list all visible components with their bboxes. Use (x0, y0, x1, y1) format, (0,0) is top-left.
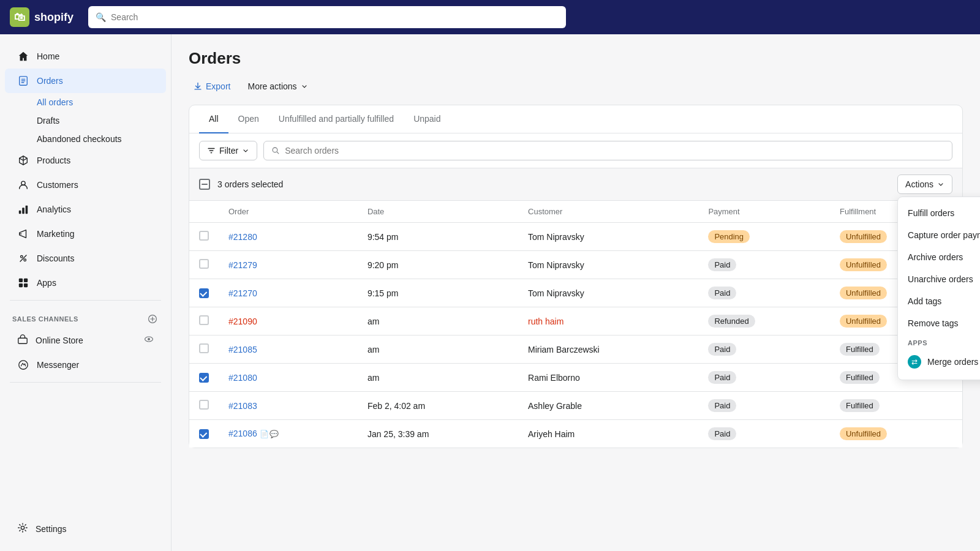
global-search-bar[interactable]: 🔍 (88, 6, 566, 28)
sidebar-item-marketing[interactable]: Marketing (5, 222, 166, 246)
sidebar-item-apps[interactable]: Apps (5, 271, 166, 295)
filter-icon (207, 146, 216, 155)
td-payment: Paid (698, 392, 830, 420)
td-order: #21279 (219, 251, 358, 279)
td-payment: Paid (698, 420, 830, 448)
tab-all[interactable]: All (199, 105, 228, 133)
orders-table: Order Date Customer Payment Fulfillment … (189, 201, 962, 448)
more-actions-button[interactable]: More actions (243, 78, 312, 95)
selection-row: 3 orders selected Actions Fulfill orders… (189, 168, 962, 201)
dropdown-item-unarchive[interactable]: Unarchive orders (898, 268, 980, 290)
global-search-input[interactable] (111, 12, 559, 22)
row-checkbox[interactable] (199, 343, 209, 353)
filter-button[interactable]: Filter (199, 141, 257, 160)
add-sales-channel-icon[interactable] (146, 313, 159, 325)
home-icon (17, 50, 29, 62)
sidebar-item-discounts[interactable]: Discounts (5, 246, 166, 271)
td-customer: Tom Nipravsky (518, 223, 698, 251)
row-checkbox[interactable] (199, 315, 209, 325)
sidebar-subitem-abandoned[interactable]: Abandoned checkouts (5, 130, 166, 148)
dropdown-item-merge-orders[interactable]: ⇄ Merge orders (898, 349, 980, 375)
fulfillment-badge: Fulfilled (840, 371, 880, 384)
svg-point-15 (19, 361, 28, 369)
search-orders-field[interactable] (263, 141, 952, 160)
order-number-link[interactable]: #21080 (228, 373, 257, 383)
payment-badge: Paid (708, 399, 736, 412)
sidebar-subitem-drafts[interactable]: Drafts (5, 111, 166, 130)
table-header-row: Order Date Customer Payment Fulfillment (189, 201, 962, 223)
sidebar-item-online-store[interactable]: Online Store (5, 328, 166, 353)
td-date: 9:20 pm (358, 251, 518, 279)
order-number-link[interactable]: #21279 (228, 260, 257, 270)
orders-tabs: All Open Unfulfilled and partially fulfi… (189, 105, 962, 133)
th-order: Order (219, 201, 358, 223)
tab-open[interactable]: Open (228, 105, 269, 133)
dropdown-item-archive[interactable]: Archive orders (898, 246, 980, 268)
tab-unfulfilled[interactable]: Unfulfilled and partially fulfilled (269, 105, 404, 133)
sidebar-item-orders[interactable]: Orders (5, 69, 166, 93)
deselect-button[interactable] (199, 179, 210, 190)
tab-unpaid[interactable]: Unpaid (404, 105, 450, 133)
td-checkbox[interactable] (189, 392, 219, 420)
sidebar-item-analytics[interactable]: Analytics (5, 197, 166, 222)
order-number-link[interactable]: #21270 (228, 288, 257, 298)
row-checkbox[interactable] (199, 288, 209, 298)
sidebar-item-products[interactable]: Products (5, 148, 166, 173)
td-payment: Paid (698, 335, 830, 364)
td-fulfillment: Fulfilled (830, 392, 962, 420)
fulfillment-badge: Unfulfilled (840, 258, 887, 271)
td-checkbox[interactable] (189, 279, 219, 307)
table-row: #21085 am Miriam Barczewski Paid Fulfill… (189, 335, 962, 364)
dropdown-item-capture[interactable]: Capture order payments (898, 224, 980, 246)
td-payment: Pending (698, 223, 830, 251)
export-button[interactable]: Export (189, 78, 235, 95)
fulfillment-badge: Unfulfilled (840, 230, 887, 243)
row-checkbox[interactable] (199, 231, 209, 241)
td-checkbox[interactable] (189, 307, 219, 335)
td-customer: Tom Nipravsky (518, 251, 698, 279)
sales-channels-section-title: SALES CHANNELS (0, 305, 171, 328)
fulfillment-badge: Fulfilled (840, 399, 880, 412)
sidebar-bottom: Settings (0, 516, 171, 541)
order-number-link[interactable]: #21090 (228, 317, 257, 326)
th-customer: Customer (518, 201, 698, 223)
td-checkbox[interactable] (189, 420, 219, 448)
filter-row: Filter (189, 133, 962, 168)
actions-dropdown-button[interactable]: Actions (897, 174, 952, 194)
dropdown-item-add-tags[interactable]: Add tags (898, 290, 980, 312)
row-checkbox[interactable] (199, 429, 209, 439)
fulfillment-badge: Unfulfilled (840, 315, 887, 328)
sidebar-item-messenger[interactable]: Messenger (5, 353, 166, 377)
td-date: Jan 25, 3:39 am (358, 420, 518, 448)
svg-point-5 (21, 256, 23, 258)
td-checkbox[interactable] (189, 223, 219, 251)
search-orders-input[interactable] (285, 146, 944, 156)
order-number-link[interactable]: #21280 (228, 232, 257, 242)
sidebar-item-discounts-label: Discounts (37, 253, 74, 263)
main-content: Orders Export More actions All Open Unfu… (172, 34, 980, 551)
td-checkbox[interactable] (189, 335, 219, 364)
row-checkbox[interactable] (199, 373, 209, 383)
dropdown-item-remove-tags[interactable]: Remove tags (898, 312, 980, 334)
export-icon (194, 82, 202, 91)
order-number-link[interactable]: #21083 (228, 401, 257, 411)
page-actions: Export More actions (189, 78, 963, 95)
td-date: Feb 2, 4:02 am (358, 392, 518, 420)
dropdown-item-fulfill[interactable]: Fulfill orders (898, 202, 980, 224)
table-row: #21080 am Rami Elborno Paid Fulfilled (189, 364, 962, 392)
sidebar-item-home[interactable]: Home (5, 44, 166, 69)
order-number-link[interactable]: #21085 (228, 345, 257, 354)
order-number-link[interactable]: #21086 (228, 429, 257, 438)
td-checkbox[interactable] (189, 364, 219, 392)
payment-badge: Paid (708, 343, 736, 356)
td-checkbox[interactable] (189, 251, 219, 279)
shopify-logo[interactable]: 🛍 shopify (10, 7, 74, 27)
online-store-eye-icon (144, 334, 154, 346)
sidebar-item-settings[interactable]: Settings (5, 516, 166, 541)
row-checkbox[interactable] (199, 400, 209, 410)
sidebar-item-customers[interactable]: Customers (5, 173, 166, 197)
row-checkbox[interactable] (199, 259, 209, 269)
sidebar-subitem-all-orders[interactable]: All orders (5, 93, 166, 111)
sidebar-item-analytics-label: Analytics (37, 204, 71, 214)
customers-icon (17, 179, 29, 191)
